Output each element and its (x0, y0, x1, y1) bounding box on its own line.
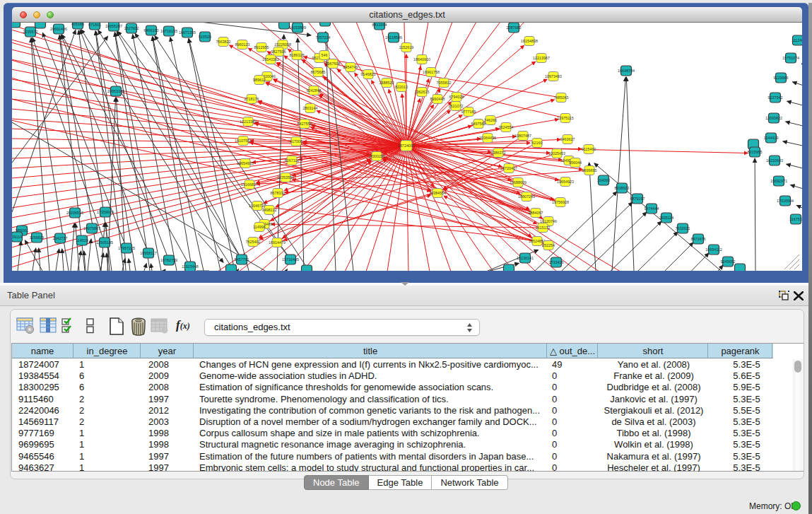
svg-text:19975867: 19975867 (83, 226, 100, 230)
svg-text:15720407: 15720407 (500, 166, 517, 170)
svg-text:17957225: 17957225 (118, 246, 135, 250)
svg-text:2342737: 2342737 (53, 236, 68, 240)
svg-text:18300295: 18300295 (368, 154, 385, 158)
svg-text:1152619: 1152619 (399, 45, 414, 49)
svg-text:11923448: 11923448 (182, 264, 199, 269)
svg-text:16914479: 16914479 (269, 240, 286, 245)
svg-text:16033809: 16033809 (289, 25, 306, 30)
svg-text:16671355: 16671355 (179, 30, 196, 35)
svg-text:10973493: 10973493 (545, 74, 562, 78)
svg-text:10958117: 10958117 (140, 251, 157, 255)
svg-text:8990448: 8990448 (430, 97, 445, 101)
svg-text:9245652: 9245652 (721, 259, 736, 264)
svg-text:956044: 956044 (569, 160, 582, 165)
svg-text:9884067: 9884067 (529, 211, 543, 215)
svg-text:822013: 822013 (395, 85, 408, 89)
svg-text:12093822: 12093822 (765, 116, 782, 120)
svg-text:9474444: 9474444 (645, 206, 659, 211)
svg-text:10025453: 10025453 (548, 151, 565, 156)
svg-text:6497568: 6497568 (471, 122, 486, 126)
svg-text:16782759: 16782759 (160, 258, 177, 262)
svg-text:16107552: 16107552 (235, 139, 252, 143)
svg-text:16543362: 16543362 (262, 57, 279, 62)
svg-text:7663822: 7663822 (216, 40, 231, 44)
svg-text:2718176: 2718176 (245, 97, 259, 101)
svg-text:9242848: 9242848 (307, 88, 322, 93)
svg-text:9146821: 9146821 (361, 72, 376, 76)
svg-text:8186328: 8186328 (290, 53, 305, 57)
svg-text:7485063: 7485063 (554, 95, 569, 100)
svg-text:8267110: 8267110 (285, 158, 300, 163)
svg-text:16120746: 16120746 (540, 219, 557, 223)
svg-text:915526: 915526 (199, 35, 211, 39)
svg-text:2087682: 2087682 (507, 25, 522, 30)
svg-text:19218586: 19218586 (385, 35, 402, 40)
svg-text:7625402: 7625402 (246, 240, 261, 244)
svg-text:15692971: 15692971 (770, 179, 787, 183)
svg-text:116753: 116753 (789, 217, 802, 221)
svg-text:252254: 252254 (542, 243, 555, 247)
svg-text:9129966: 9129966 (774, 76, 789, 80)
svg-text:8675685: 8675685 (311, 70, 326, 74)
svg-text:19756928: 19756928 (552, 200, 569, 204)
svg-text:2935114: 2935114 (659, 216, 674, 220)
svg-text:9227342: 9227342 (768, 95, 783, 100)
svg-text:3624554: 3624554 (499, 125, 514, 129)
svg-text:17359924: 17359924 (97, 210, 114, 214)
svg-text:19384554: 19384554 (429, 191, 446, 195)
svg-text:111240: 111240 (792, 38, 802, 42)
svg-text:8960123: 8960123 (235, 42, 250, 47)
svg-text:15716485: 15716485 (282, 257, 299, 262)
svg-text:1621072: 1621072 (449, 104, 464, 108)
svg-text:12213389: 12213389 (240, 119, 257, 124)
svg-text:19654923: 19654923 (557, 180, 574, 184)
svg-text:9457791: 9457791 (235, 257, 249, 262)
svg-text:7632621: 7632621 (676, 226, 690, 230)
svg-text:16648784: 16648784 (618, 69, 635, 73)
svg-text:19654935: 19654935 (237, 161, 254, 165)
svg-text:9777169: 9777169 (461, 110, 476, 114)
svg-text:18724007: 18724007 (398, 144, 416, 148)
svg-text:10719155: 10719155 (160, 29, 177, 33)
svg-text:8427552: 8427552 (298, 122, 312, 126)
svg-text:6879197: 6879197 (630, 197, 645, 201)
svg-text:12975115: 12975115 (557, 116, 574, 120)
svg-text:7357224: 7357224 (316, 35, 331, 40)
svg-text:10688609: 10688609 (510, 180, 526, 185)
svg-text:12213967: 12213967 (533, 56, 550, 60)
svg-text:9699695: 9699695 (582, 168, 597, 173)
svg-text:18807249: 18807249 (518, 194, 535, 199)
svg-text:8454749: 8454749 (343, 65, 358, 69)
svg-text:15136141: 15136141 (517, 256, 534, 260)
svg-text:17016504: 17016504 (777, 199, 794, 203)
svg-text:1156829: 1156829 (30, 235, 45, 240)
svg-text:8938923: 8938923 (615, 186, 630, 190)
svg-text:2035572: 2035572 (23, 30, 38, 34)
svg-text:15226058: 15226058 (274, 42, 291, 47)
svg-text:8215955: 8215955 (748, 150, 763, 154)
svg-text:8912955: 8912955 (254, 45, 269, 49)
svg-text:16210643: 16210643 (766, 158, 783, 163)
svg-text:164093: 164093 (597, 178, 610, 182)
svg-text:1588520: 1588520 (379, 81, 394, 85)
svg-text:746266: 746266 (484, 118, 497, 122)
svg-text:1362615: 1362615 (415, 90, 430, 94)
svg-text:2967608: 2967608 (326, 62, 341, 66)
svg-text:39114: 39114 (12, 235, 22, 239)
svg-text:16961758: 16961758 (423, 70, 440, 74)
svg-text:16154838: 16154838 (521, 39, 538, 43)
svg-text:1527602: 1527602 (124, 26, 139, 30)
svg-text:114519: 114519 (76, 238, 88, 243)
svg-text:546: 546 (322, 53, 328, 57)
svg-text:20691406: 20691406 (50, 27, 67, 31)
svg-text:20953346: 20953346 (107, 89, 124, 93)
svg-text:10655287: 10655287 (105, 24, 122, 28)
svg-text:19166827: 19166827 (241, 182, 258, 187)
svg-text:20206516: 20206516 (66, 211, 83, 215)
svg-text:417006: 417006 (290, 139, 302, 144)
svg-text:7386372: 7386372 (491, 151, 506, 155)
svg-text:3498222: 3498222 (262, 208, 277, 212)
svg-text:12505185: 12505185 (96, 240, 113, 245)
svg-text:1733426: 1733426 (549, 260, 564, 264)
svg-text:405186: 405186 (71, 23, 84, 26)
